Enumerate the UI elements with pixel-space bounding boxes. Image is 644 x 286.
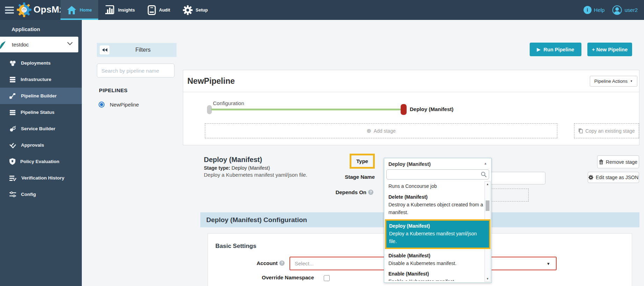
type-label-highlight: Type — [350, 154, 375, 169]
basic-settings-title: Basic Settings — [215, 243, 256, 250]
override-namespace-checkbox[interactable] — [324, 275, 330, 281]
gear-icon — [588, 175, 593, 180]
sidebar-item-label: Deployments — [21, 60, 51, 66]
sidebar-menu: Deployments Infrastructure Pipeline Buil… — [0, 55, 82, 203]
type-option-disable-manifest[interactable]: Disable (Manifest) Disable a Kubernetes … — [388, 252, 484, 267]
top-nav: OpsMx Home Insights — [0, 0, 644, 20]
option-title: Disable (Manifest) — [388, 252, 484, 259]
nav-tabs: Home Insights Audit — [60, 0, 214, 20]
scrollbar-thumb[interactable] — [486, 200, 489, 211]
sidebar-item-label: Pipeline Status — [21, 110, 55, 115]
rewind-icon — [102, 48, 107, 52]
copy-stage-button[interactable]: Copy an existing stage — [574, 123, 639, 138]
pipeline-builder-icon — [9, 93, 16, 99]
info-icon: i — [584, 6, 592, 14]
filters-bar: Filters — [97, 43, 177, 57]
option-title: Deploy (Manifest) — [389, 222, 486, 230]
pipeline-name-label: NewPipeline — [110, 102, 139, 108]
type-option-enable-manifest[interactable]: Enable (Manifest) Enable a Kubernetes ma… — [388, 270, 484, 281]
application-selector-value: testdoc — [12, 42, 29, 47]
sidebar-item-label: Policy Evaluation — [20, 159, 59, 164]
option-desc: Enable a Kubernetes manifest. — [388, 278, 484, 281]
user-menu[interactable]: user2 — [612, 5, 638, 15]
type-options-list: Runs a Concourse job Delete (Manifest) D… — [384, 181, 491, 281]
stage-type-dropdown: Deploy (Manifest) ▲ Runs a Concourse job… — [384, 158, 492, 283]
pipeline-actions-button[interactable]: Pipeline Actions ▼ — [590, 76, 637, 87]
brand-name: OpsMx — [34, 4, 64, 15]
stage-form-title: Deploy (Manifest) — [204, 156, 262, 164]
infrastructure-icon — [9, 76, 16, 83]
edit-stage-json-button[interactable]: Edit stage as JSON — [588, 172, 639, 183]
sidebar-item-service-builder[interactable]: Service Builder — [0, 120, 82, 137]
account-label: Account — [257, 260, 278, 266]
config-icon — [9, 191, 16, 198]
hamburger-menu-icon[interactable] — [5, 7, 14, 15]
type-dropdown-toggle[interactable]: Deploy (Manifest) ▲ — [384, 158, 491, 168]
type-search-wrap — [386, 169, 489, 179]
help-button[interactable]: i Help — [584, 6, 605, 14]
caret-down-icon: ▼ — [630, 80, 633, 83]
application-selector[interactable]: testdoc — [0, 37, 78, 52]
tab-home[interactable]: Home — [60, 0, 98, 20]
depends-on-label: Depends On — [336, 189, 366, 195]
pipeline-list-item[interactable]: NewPipeline — [99, 102, 177, 108]
play-icon: ▶ — [537, 47, 541, 52]
sidebar-item-config[interactable]: Config — [0, 186, 82, 203]
sidebar-item-label: Infrastructure — [21, 77, 51, 82]
copy-stage-label: Copy an existing stage — [585, 128, 635, 134]
user-avatar-icon — [612, 5, 622, 15]
remove-stage-label: Remove stage — [606, 159, 637, 165]
pipeline-title: NewPipeline — [183, 70, 639, 92]
help-question-icon[interactable]: ? — [368, 190, 373, 195]
application-section-label: Application — [0, 20, 82, 32]
stage-type-label: Stage type: — [204, 165, 230, 171]
remove-stage-button[interactable]: Remove stage — [597, 155, 639, 168]
tab-setup[interactable]: Setup — [177, 0, 214, 20]
type-search-input[interactable] — [386, 169, 489, 179]
filters-title: Filters — [109, 47, 177, 53]
scroll-up-icon[interactable]: ▲ — [485, 182, 490, 187]
deploy-stage-node[interactable] — [401, 104, 407, 115]
sidebar-item-infrastructure[interactable]: Infrastructure — [0, 71, 82, 88]
sidebar-item-approvals[interactable]: Approvals — [0, 137, 82, 153]
option-title: Enable (Manifest) — [388, 270, 484, 278]
pipelines-section-title: PIPELINES — [99, 87, 177, 93]
insights-icon — [105, 5, 115, 15]
opsmx-logo-icon — [17, 2, 31, 17]
new-pipeline-button[interactable]: + New Pipeline — [587, 43, 632, 56]
new-pipeline-label: + New Pipeline — [592, 47, 628, 52]
type-option-deploy-manifest-selected[interactable]: Deploy (Manifest) Deploy a Kubernetes ma… — [385, 219, 491, 249]
tab-insights-label: Insights — [118, 8, 135, 13]
depends-on-row: Depends On ? — [315, 189, 373, 195]
pipeline-card-header: NewPipeline Pipeline Actions ▼ — [183, 70, 639, 92]
pipeline-radio-selected[interactable] — [99, 102, 105, 108]
tab-insights[interactable]: Insights — [98, 0, 141, 20]
sidebar-item-label: Pipeline Builder — [21, 93, 57, 98]
tab-setup-label: Setup — [196, 8, 208, 13]
type-option-delete-manifest[interactable]: Delete (Manifest) Destroy a Kubernetes o… — [388, 193, 484, 216]
tab-home-label: Home — [80, 8, 92, 13]
option-title: Delete (Manifest) — [388, 193, 484, 201]
audit-icon — [148, 5, 156, 15]
add-stage-button[interactable]: ⊕ Add stage — [205, 123, 557, 138]
stage-type-line: Stage type: Deploy (Manifest) — [204, 165, 270, 171]
username-label: user2 — [624, 7, 638, 13]
select-chevron-icon: ▼ — [546, 262, 550, 266]
help-label: Help — [594, 7, 605, 13]
sidebar-item-deployments[interactable]: Deployments — [0, 55, 82, 71]
sidebar-item-policy-evaluation[interactable]: Policy Evaluation — [0, 153, 82, 170]
pipeline-search-input[interactable] — [97, 64, 174, 78]
add-circle-icon: ⊕ — [366, 127, 371, 134]
search-icon — [481, 171, 487, 177]
sidebar-item-verification-history[interactable]: Verification History — [0, 170, 82, 186]
sidebar-item-pipeline-builder[interactable]: Pipeline Builder — [0, 88, 82, 104]
option-desc: Disable a Kubernetes manifest. — [388, 259, 484, 267]
scroll-down-icon[interactable]: ▼ — [485, 276, 490, 281]
type-option-partial[interactable]: Runs a Concourse job — [388, 183, 484, 190]
run-pipeline-button[interactable]: ▶ Run Pipeline — [530, 43, 581, 56]
collapse-filters-button[interactable] — [100, 45, 109, 54]
approvals-icon — [9, 142, 16, 148]
sidebar-item-pipeline-status[interactable]: Pipeline Status — [0, 104, 82, 120]
tab-audit[interactable]: Audit — [141, 0, 177, 20]
help-question-icon[interactable]: ? — [279, 261, 285, 266]
